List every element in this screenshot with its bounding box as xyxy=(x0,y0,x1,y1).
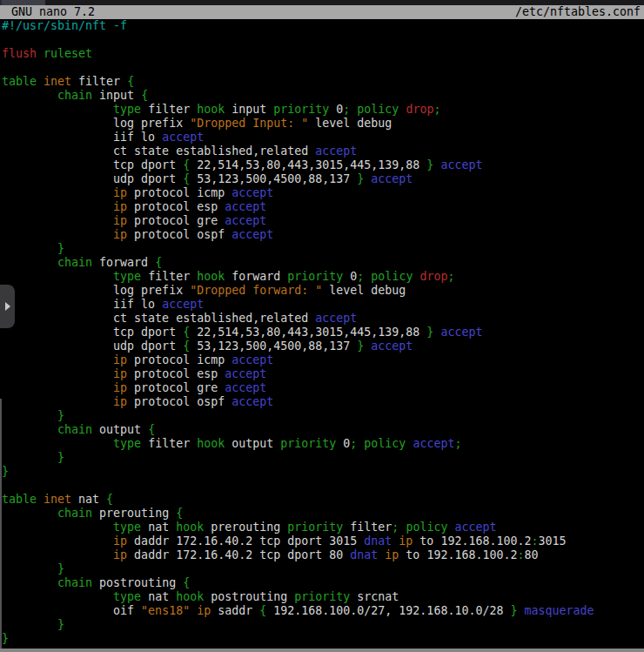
code-line: log prefix "Dropped forward: " level deb… xyxy=(0,284,644,298)
code-line: } xyxy=(0,465,644,479)
code-line: table inet filter { xyxy=(0,75,644,89)
code-line: tcp dport { 22,514,53,80,443,3015,445,13… xyxy=(0,158,644,172)
code-line: } xyxy=(0,618,644,632)
code-line: ip protocol esp accept xyxy=(0,367,644,381)
code-line: type nat hook prerouting priority filter… xyxy=(0,521,644,534)
code-line: table inet nat { xyxy=(0,493,644,507)
chevron-right-icon xyxy=(5,302,10,311)
code-line xyxy=(0,33,644,47)
code-line: oif "ens18" ip saddr { 192.168.100.0/27,… xyxy=(0,604,644,618)
code-line: chain forward { xyxy=(0,256,644,270)
editor-content[interactable]: #!/usr/sbin/nft -fflush rulesettable ine… xyxy=(0,19,644,646)
code-line: ip daddr 172.16.40.2 tcp dport 3015 dnat… xyxy=(0,534,644,548)
code-line: type filter hook output priority 0; poli… xyxy=(0,437,644,451)
code-line: } xyxy=(0,632,644,646)
code-line: ct state established,related accept xyxy=(0,312,644,326)
code-line: type filter hook input priority 0; polic… xyxy=(0,103,644,117)
file-path-label: /etc/nftables.conf xyxy=(515,5,641,19)
code-line: ip protocol icmp accept xyxy=(0,186,644,200)
code-line xyxy=(0,479,644,493)
code-line: chain postrouting { xyxy=(0,576,644,590)
code-line: ip protocol esp accept xyxy=(0,200,644,214)
code-line: type filter hook forward priority 0; pol… xyxy=(0,270,644,284)
code-line: } xyxy=(0,242,644,256)
code-line: ct state established,related accept xyxy=(0,145,644,158)
code-line: } xyxy=(0,451,644,465)
code-line: udp dport { 53,123,500,4500,88,137 } acc… xyxy=(0,172,644,186)
code-line: #!/usr/sbin/nft -f xyxy=(0,19,644,33)
code-line: iif lo accept xyxy=(0,298,644,312)
code-line: } xyxy=(0,562,644,576)
code-line: iif lo accept xyxy=(0,131,644,145)
code-line: ip protocol gre accept xyxy=(0,381,644,395)
code-line: ip protocol gre accept xyxy=(0,214,644,228)
code-line: udp dport { 53,123,500,4500,88,137 } acc… xyxy=(0,339,644,353)
code-line xyxy=(0,61,644,75)
code-line: flush ruleset xyxy=(0,47,644,61)
code-line: chain prerouting { xyxy=(0,507,644,521)
side-panel-toggle[interactable] xyxy=(0,285,15,328)
nano-titlebar: GNU nano 7.2 /etc/nftables.conf xyxy=(0,5,644,19)
code-line: type nat hook postrouting priority srcna… xyxy=(0,590,644,604)
code-line: chain output { xyxy=(0,423,644,437)
code-line: chain input { xyxy=(0,89,644,103)
app-version-label: GNU nano 7.2 xyxy=(11,5,95,19)
code-line: log prefix "Dropped Input: " level debug xyxy=(0,117,644,131)
code-line: ip protocol icmp accept xyxy=(0,353,644,367)
bottom-bar xyxy=(0,649,644,652)
code-line: ip protocol ospf accept xyxy=(0,395,644,409)
code-line: tcp dport { 22,514,53,80,443,3015,445,13… xyxy=(0,326,644,339)
code-line: ip protocol ospf accept xyxy=(0,228,644,242)
left-edge-divider xyxy=(0,399,2,649)
code-line: } xyxy=(0,409,644,423)
code-line: ip daddr 172.16.40.2 tcp dport 80 dnat i… xyxy=(0,548,644,562)
